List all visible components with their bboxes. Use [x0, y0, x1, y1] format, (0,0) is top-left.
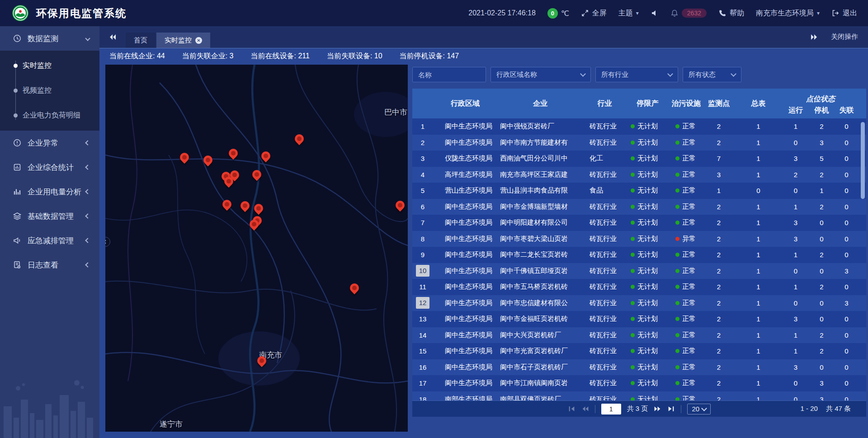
cell-industry: 化工: [583, 154, 626, 163]
cell-running-count: 0: [782, 139, 809, 146]
cell-company: 阆中市二龙长宝页岩砖: [497, 250, 583, 259]
status-dot-green: [675, 124, 679, 128]
table-row[interactable]: 7阆中生态环境局阆中明阳建材有限公司砖瓦行业无计划正常21300: [412, 215, 866, 231]
speaker-icon[interactable]: [651, 9, 659, 17]
table-row[interactable]: 6阆中生态环境局阆中市金博瑞新型墙材砖瓦行业无计划正常21120: [412, 199, 866, 215]
cell-facility-status: 正常: [669, 122, 703, 131]
cell-facility-status: 正常: [669, 363, 703, 372]
tabs-scroll-right-icon[interactable]: [810, 33, 818, 41]
table-row[interactable]: 18南部生态环境局南部县双佛页岩砖厂砖瓦行业无计划正常21030: [412, 391, 866, 401]
table-row[interactable]: 9阆中生态环境局阆中市二龙长宝页岩砖砖瓦行业无计划正常21120: [412, 247, 866, 263]
sidebar-nav: 数据监测实时监控视频监控企业电力负荷明细企业异常企业综合统计企业用电量分析基础数…: [0, 26, 99, 438]
table-scrollbar[interactable]: [861, 122, 865, 199]
cell-meter-count: 1: [735, 203, 782, 211]
chevron-down-icon: [85, 36, 90, 41]
sidebar-item-label: 企业用电量分析: [28, 187, 81, 197]
cell-monitor-count: 2: [703, 363, 735, 371]
cell-facility-status: 正常: [669, 218, 703, 227]
help-button[interactable]: 帮助: [718, 9, 744, 18]
close-operations-button[interactable]: 关闭操作: [831, 33, 858, 41]
sidebar-submenu: 实时监控视频监控企业电力负荷明细: [0, 51, 99, 131]
cell-limit-status: 无计划: [626, 267, 669, 275]
table-row[interactable]: 11阆中生态环境局阆中市五马桥页岩机砖砖瓦行业无计划正常21120: [412, 279, 866, 295]
sidebar-item-stats[interactable]: 企业综合统计: [0, 155, 99, 179]
organization-menu[interactable]: 南充市生态环境局▾: [756, 9, 820, 18]
chevron-down-icon: [667, 71, 673, 77]
status-dot-green: [675, 141, 679, 145]
table-row[interactable]: 13阆中生态环境局阆中市金福旺页岩机砖砖瓦行业无计划正常21300: [412, 311, 866, 327]
sidebar-item-chart[interactable]: 企业用电量分析: [0, 179, 99, 204]
sidebar-item-alert[interactable]: 企业异常: [0, 131, 99, 155]
temperature: 0 ℃: [547, 8, 569, 19]
theme-menu[interactable]: 主题▾: [618, 9, 639, 18]
table-header: 行政区域 企业 行业 停限产 治污设施 监测点 总表 点位状态 运行 停机 失联: [412, 89, 866, 118]
status-filter-select[interactable]: 所有状态: [683, 67, 741, 82]
cell-running-count: 1: [782, 122, 809, 130]
alert-icon: [13, 138, 22, 147]
monitor-icon: [13, 34, 22, 43]
cell-stopped-count: 3: [809, 379, 834, 387]
notifications-button[interactable]: 2632: [670, 9, 707, 18]
tab-active[interactable]: 实时监控✕: [156, 33, 210, 48]
sidebar-item-monitor[interactable]: 数据监测: [0, 26, 99, 51]
table-row[interactable]: 10阆中生态环境局阆中千佛镇五郎垭页岩砖瓦行业无计划正常21003: [412, 263, 866, 279]
table-row[interactable]: 14阆中生态环境局阆中大兴页岩机砖厂砖瓦行业无计划正常21120: [412, 327, 866, 344]
cell-meter-count: 1: [735, 331, 782, 339]
table-row[interactable]: 17阆中生态环境局阆中市江南镇阆南页岩砖瓦行业无计划正常21030: [412, 375, 866, 391]
table-row[interactable]: 4高坪生态环境局南充市高坪区王家店建砖瓦行业无计划正常31220: [412, 167, 866, 183]
sidebar-subitem[interactable]: 实时监控: [0, 53, 99, 78]
cell-company: 阆中明阳建材有限公司: [497, 218, 583, 227]
pager-prev-icon[interactable]: [581, 405, 589, 413]
table-row[interactable]: 8阆中生态环境局阆中市枣碧大梁山页岩砖瓦行业无计划异常21300: [412, 231, 866, 247]
sidebar-item-log[interactable]: 日志查看: [0, 253, 99, 277]
sidebar-subitem[interactable]: 企业电力负荷明细: [0, 103, 99, 128]
bullet-icon: [14, 89, 18, 93]
page-number-input[interactable]: [601, 404, 621, 414]
chevron-left-icon: [85, 140, 90, 145]
map-panel[interactable]: 巴中市南充市遂宁市: [105, 65, 408, 432]
bell-icon: [670, 9, 679, 17]
cell-company: 阆中市光富页岩机砖厂: [497, 347, 583, 355]
table-row[interactable]: 16阆中生态环境局阆中市石子页岩机砖厂砖瓦行业无计划正常21300: [412, 359, 866, 376]
chevron-down-icon: ▾: [636, 10, 639, 16]
table-row[interactable]: 5营山生态环境局营山县润丰肉食品有限食品无计划正常10010: [412, 183, 866, 199]
status-dot-green: [631, 156, 635, 160]
cell-lost-count: 0: [834, 235, 859, 243]
logout-button[interactable]: 退出: [831, 9, 857, 18]
fullscreen-button[interactable]: 全屏: [581, 9, 607, 18]
tab-close-icon[interactable]: ✕: [195, 37, 202, 44]
table-row[interactable]: 12阆中生态环境局阆中市忠信建材有限公砖瓦行业无计划正常21003: [412, 295, 866, 311]
total-rows-label: 共 47 条: [826, 405, 851, 413]
pager-first-icon[interactable]: [568, 405, 576, 413]
page-size-select[interactable]: 20: [687, 404, 711, 414]
table-row[interactable]: 2阆中生态环境局阆中市南方节能建材有砖瓦行业无计划正常21030: [412, 135, 866, 151]
stat-value: 211: [298, 52, 310, 60]
cell-lost-count: 3: [834, 299, 859, 307]
industry-filter-select[interactable]: 所有行业: [595, 67, 678, 82]
cell-region: 阆中生态环境局: [433, 122, 497, 131]
cell-region: 阆中生态环境局: [433, 331, 497, 339]
region-filter-select[interactable]: 行政区域名称: [491, 67, 591, 82]
sidebar-subitem[interactable]: 视频监控: [0, 78, 99, 103]
tabs-scroll-left-icon[interactable]: [108, 33, 117, 41]
pager-next-icon[interactable]: [654, 405, 661, 413]
tab-item[interactable]: 首页: [126, 33, 156, 48]
status-stat: 当前失联设备: 10: [327, 52, 382, 61]
status-stat: 当前在线企业: 44: [109, 52, 165, 61]
row-number: 14: [412, 331, 433, 339]
table-row[interactable]: 3仪陇生态环境局西南油气田分公司川中化工无计划正常71350: [412, 151, 866, 167]
sidebar-item-layers[interactable]: 基础数据管理: [0, 204, 99, 228]
cell-stopped-count: 0: [809, 219, 834, 226]
cell-lost-count: 0: [834, 203, 859, 211]
sidebar-item-megaphone[interactable]: 应急减排管理: [0, 228, 99, 253]
sidebar-item-label: 日志查看: [28, 260, 58, 270]
cell-meter-count: 1: [735, 235, 782, 243]
chevron-down-icon: [580, 71, 586, 77]
status-dot-green: [675, 269, 679, 273]
table-row[interactable]: 1阆中生态环境局阆中强锐页岩砖厂砖瓦行业无计划正常21120: [412, 118, 866, 135]
cell-industry: 砖瓦行业: [583, 315, 626, 323]
name-filter-input-box[interactable]: [412, 67, 486, 82]
name-filter-input[interactable]: [418, 71, 480, 79]
pager-last-icon[interactable]: [667, 405, 675, 413]
table-row[interactable]: 15阆中生态环境局阆中市光富页岩机砖厂砖瓦行业无计划正常21120: [412, 343, 866, 359]
